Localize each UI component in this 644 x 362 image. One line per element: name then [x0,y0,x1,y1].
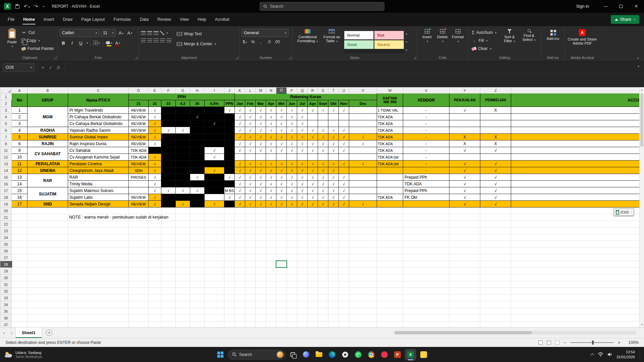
cell-O22[interactable] [276,221,287,228]
cell-C7[interactable]: Sunrise Global Impex [68,134,129,140]
cell-X27[interactable] [403,254,449,261]
save-icon[interactable] [15,4,19,9]
cell-M29[interactable] [256,268,266,275]
cell-H6[interactable] [190,127,205,134]
cell-I23[interactable] [205,228,224,234]
cell-Z1[interactable]: PEMBELIAN [480,94,511,107]
cell-E16[interactable]: √ [149,181,161,187]
cell-A18[interactable]: 16 [12,194,28,201]
cell-Z25[interactable] [480,241,511,248]
cell-C12[interactable]: Cv Anugerah Karisma Sejati [68,154,129,161]
cell-W14[interactable] [377,167,403,174]
cell-X12[interactable]: - [403,154,449,161]
cell-B19[interactable]: SND [28,201,68,207]
cell-H34[interactable] [190,301,205,308]
row-header-20[interactable]: 20 [0,207,12,214]
cell-T37[interactable] [328,321,339,327]
cell-X5[interactable]: - [403,120,449,127]
cell-G23[interactable] [176,228,190,234]
cell-K24[interactable] [235,234,245,241]
cell-Z34[interactable] [480,301,511,308]
cell-F6[interactable]: √ [161,127,176,134]
cell-R2[interactable]: Ags [308,100,318,107]
cell-T15[interactable]: √ [328,174,339,181]
cell-AA4[interactable] [511,114,640,120]
cell-C18[interactable]: Sujatim Labs [68,194,129,201]
clipboard-dialog-launcher[interactable] [54,56,56,59]
cell-P5[interactable]: √ [287,120,297,127]
cell-S16[interactable]: √ [318,181,328,187]
cell-O12[interactable] [276,154,287,161]
cell-U5[interactable] [339,120,349,127]
cell-E6[interactable]: √ [149,127,161,134]
cell-Y36[interactable] [449,315,480,321]
cell-AA8[interactable] [511,140,640,147]
cell-Q7[interactable]: √ [297,134,308,140]
find-select-button[interactable]: Find & Select ▾ [519,27,539,54]
cell-W32[interactable] [377,288,403,295]
clear-button[interactable]: Clear▾ [470,45,500,52]
cell-X4[interactable]: - [403,114,449,120]
cell-AA26[interactable] [511,248,640,254]
cell-A14[interactable]: 12 [12,167,28,174]
taskbar-search[interactable]: Search [228,350,285,360]
row-header-7[interactable]: 7 [0,134,12,140]
cell-R16[interactable]: √ [308,181,318,187]
row-header-28[interactable]: 28 [0,261,12,268]
cell-H32[interactable] [190,288,205,295]
cell-K22[interactable] [235,221,245,228]
cell-F33[interactable] [161,295,176,301]
cell-B24[interactable] [28,234,68,241]
cell-K25[interactable] [235,241,245,248]
cell-K29[interactable] [235,268,245,275]
cell-M25[interactable] [256,241,266,248]
cell-T11[interactable]: √ [328,147,339,154]
vertical-scroll-thumb[interactable] [640,93,643,147]
merge-center-button[interactable]: Merge & Center▾ [175,40,217,48]
cell-S18[interactable]: √ [318,194,328,201]
cell-S25[interactable] [318,241,328,248]
cell-D23[interactable] [129,228,149,234]
column-header-G[interactable]: G [176,87,190,94]
cell-D15[interactable]: PROSES [129,174,149,181]
cell-N26[interactable] [266,248,276,254]
cell-I21[interactable] [205,214,224,221]
cell-K27[interactable] [235,254,245,261]
cell-AA31[interactable] [511,281,640,288]
cell-Y32[interactable] [449,288,480,295]
cell-P22[interactable] [287,221,297,228]
cell-V34[interactable] [349,301,377,308]
cell-D34[interactable] [129,301,149,308]
cell-V17[interactable] [349,187,377,194]
cell-U24[interactable] [339,234,349,241]
cell-E23[interactable] [149,228,161,234]
cell-E25[interactable] [149,241,161,248]
cell-X6[interactable]: - [403,127,449,134]
cell-O2[interactable]: Mei [276,100,287,107]
cell-H23[interactable] [190,228,205,234]
cell-T32[interactable] [328,288,339,295]
cell-V22[interactable] [349,221,377,228]
cell-Q3[interactable]: √ [297,107,308,114]
cell-H3[interactable] [190,107,205,114]
cell-J4[interactable] [224,114,235,120]
cell-V19[interactable]: √ [349,201,377,207]
start-button[interactable] [215,349,226,360]
cell-X13[interactable]: - [403,161,449,167]
cell-Q35[interactable] [297,308,308,315]
cell-I2[interactable]: 0,5% [205,100,224,107]
cell-A16[interactable]: 14 [12,181,28,187]
cell-I35[interactable] [205,308,224,315]
cell-Z16[interactable]: √ [480,181,511,187]
cell-P30[interactable] [287,275,297,281]
cell-V5[interactable] [349,120,377,127]
cell-B22[interactable] [28,221,68,228]
cell-U27[interactable] [339,254,349,261]
underline-button[interactable]: U [77,39,85,47]
cell-R22[interactable] [308,221,318,228]
cell-T12[interactable] [328,154,339,161]
cell-Y27[interactable] [449,254,480,261]
cell-P16[interactable]: √ [287,181,297,187]
cell-V16[interactable] [349,181,377,187]
cell-R20[interactable] [308,207,318,214]
